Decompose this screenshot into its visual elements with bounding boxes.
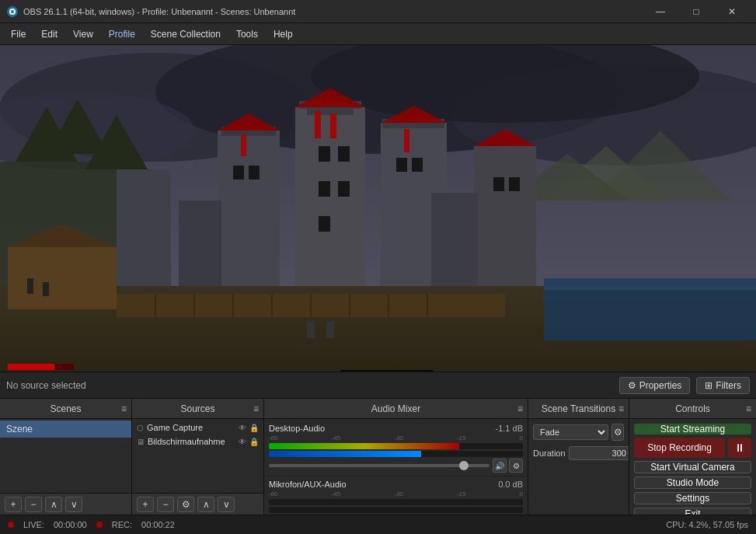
filters-button[interactable]: ⊞ Filters (696, 377, 750, 394)
desktop-audio-db: -1.1 dB (496, 424, 523, 433)
statusbar: LIVE: 00:00:00 REC: 00:00:22 CPU: 4.2%, … (0, 515, 756, 534)
sources-label: Sources (180, 403, 214, 414)
scene-item-szene[interactable]: Szene (0, 421, 131, 438)
mixer-track-mic-header: Mikrofon/AUX-Audio 0.0 dB (269, 480, 523, 489)
live-status-icon (8, 520, 14, 529)
game-capture-label: Game Capture (147, 423, 235, 432)
svg-rect-41 (319, 181, 330, 197)
sources-up-button[interactable]: ∧ (197, 497, 214, 512)
settings-icon-desktop[interactable]: ⚙ (509, 459, 523, 473)
cpu-label: CPU: 4.2%, 57.05 fps (666, 520, 748, 529)
desktop-audio-name: Desktop-Audio (269, 424, 325, 433)
speaker-icon-desktop[interactable]: 🔊 (493, 459, 507, 473)
settings-button[interactable]: Settings (634, 492, 751, 504)
svg-rect-23 (218, 131, 280, 286)
svg-rect-44 (233, 166, 244, 180)
gear-icon: ⚙ (628, 380, 636, 391)
svg-point-2 (11, 10, 14, 13)
menu-file[interactable]: File (3, 26, 33, 43)
controls-content: Start Streaming Stop Recording ⏸ Start V… (629, 419, 756, 515)
meter-labels-mic: -60 -45 -30 -15 0 (269, 490, 523, 497)
controls-panel: Controls ≡ Start Streaming Stop Recordin… (629, 399, 756, 515)
svg-rect-64 (27, 278, 33, 294)
scenes-up-button[interactable]: ∧ (45, 497, 62, 512)
live-label: LIVE: (23, 520, 44, 529)
meter-blue-desktop (269, 451, 523, 457)
sources-panel-header: Sources ≡ (132, 399, 263, 419)
scenes-panel-footer: + − ∧ ∨ (0, 493, 131, 515)
transitions-panel: Scene Transitions ≡ Fade Cut Swipe Slide… (528, 399, 629, 515)
meter-green-fill (269, 443, 459, 449)
mic-audio-db: 0.0 dB (498, 480, 523, 489)
minimize-button[interactable]: — (643, 0, 678, 23)
menu-view[interactable]: View (65, 26, 101, 43)
studio-mode-button[interactable]: Studio Mode (634, 476, 751, 489)
svg-rect-40 (338, 146, 350, 162)
svg-rect-30 (431, 193, 478, 286)
slider-row-desktop: 🔊 ⚙ (269, 459, 523, 473)
pause-recording-button[interactable]: ⏸ (728, 438, 751, 458)
svg-rect-63 (544, 286, 756, 290)
controls-label: Controls (675, 403, 710, 414)
scenes-panel-icon[interactable]: ≡ (121, 403, 127, 414)
live-dot (8, 522, 14, 528)
mixer-panel: Audio Mixer ≡ Desktop-Audio -1.1 dB -60 … (264, 399, 528, 515)
svg-rect-70 (340, 370, 434, 372)
exit-button[interactable]: Exit (634, 508, 751, 515)
scenes-panel: Scenes ≡ Szene + − ∧ ∨ (0, 399, 132, 515)
scenes-add-button[interactable]: + (5, 497, 22, 512)
transition-settings-button[interactable]: ⚙ (611, 424, 624, 441)
rec-label: REC: (112, 520, 132, 529)
transition-select[interactable]: Fade Cut Swipe Slide Stinger Fade to Col… (533, 424, 608, 440)
volume-slider-desktop[interactable] (269, 464, 489, 467)
stop-recording-button[interactable]: Stop Recording (634, 438, 725, 458)
sources-remove-button[interactable]: − (157, 497, 174, 512)
sources-down-button[interactable]: ∨ (218, 497, 235, 512)
eye-icon-screen[interactable]: 👁 (239, 438, 246, 446)
transitions-panel-icon[interactable]: ≡ (618, 403, 624, 414)
rec-time: 00:00:22 (141, 520, 175, 529)
scenes-list: Szene (0, 419, 131, 493)
window-controls: — □ ✕ (643, 0, 750, 23)
mixer-track-mic: Mikrofon/AUX-Audio 0.0 dB -60 -45 -30 -1… (264, 476, 528, 515)
mixer-icons-desktop: 🔊 ⚙ (493, 459, 523, 473)
mixer-label: Audio Mixer (371, 403, 420, 414)
sources-panel-icon[interactable]: ≡ (253, 403, 259, 414)
svg-rect-47 (412, 158, 423, 172)
mixer-panel-icon[interactable]: ≡ (517, 403, 523, 414)
duration-input[interactable] (569, 446, 629, 460)
menu-help[interactable]: Help (266, 26, 301, 43)
eye-icon-game[interactable]: 👁 (239, 424, 246, 432)
transition-select-row: Fade Cut Swipe Slide Stinger Fade to Col… (533, 424, 624, 441)
svg-rect-66 (307, 321, 315, 338)
no-source-text: No source selected (6, 380, 613, 391)
properties-button[interactable]: ⚙ Properties (619, 377, 691, 394)
menu-tools[interactable]: Tools (228, 26, 266, 43)
lock-icon-screen[interactable]: 🔒 (249, 438, 259, 446)
meter-blue-fill (269, 451, 421, 457)
virtual-camera-button[interactable]: Start Virtual Camera (634, 461, 751, 473)
scenes-down-button[interactable]: ∨ (65, 497, 82, 512)
close-button[interactable]: ✕ (714, 0, 750, 23)
start-streaming-button[interactable]: Start Streaming (634, 424, 751, 435)
svg-rect-49 (509, 177, 520, 191)
bottom-panels: Scenes ≡ Szene + − ∧ ∨ Sources ≡ ⬡ Game … (0, 399, 756, 515)
svg-rect-29 (179, 201, 221, 286)
live-time: 00:00:00 (54, 520, 87, 529)
source-item-screen-capture[interactable]: 🖥 Bildschirmaufnahme 👁 🔒 (132, 435, 263, 448)
menu-scene-collection[interactable]: Scene Collection (143, 26, 228, 43)
sources-add-button[interactable]: + (137, 497, 154, 512)
menu-profile[interactable]: Profile (101, 26, 143, 43)
scenes-remove-button[interactable]: − (25, 497, 42, 512)
controls-panel-icon[interactable]: ≡ (746, 403, 751, 414)
mixer-content: Desktop-Audio -1.1 dB -60 -45 -30 -15 0 (264, 419, 528, 515)
sources-panel: Sources ≡ ⬡ Game Capture 👁 🔒 🖥 Bildschir… (132, 399, 264, 515)
lock-icon-game[interactable]: 🔒 (249, 424, 259, 432)
app-icon (6, 5, 19, 18)
properties-label: Properties (639, 380, 682, 391)
menu-edit[interactable]: Edit (33, 26, 65, 43)
sources-settings-button[interactable]: ⚙ (177, 497, 194, 512)
maximize-button[interactable]: □ (678, 0, 714, 23)
filter-icon: ⊞ (705, 380, 712, 391)
source-item-game-capture[interactable]: ⬡ Game Capture 👁 🔒 (132, 421, 263, 435)
